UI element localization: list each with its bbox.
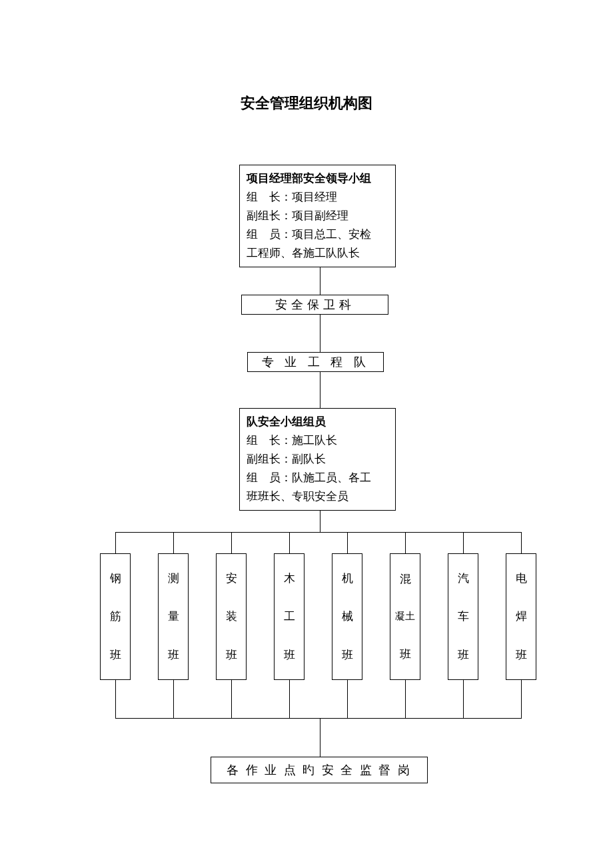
connector xyxy=(463,532,464,553)
team-char: 测 xyxy=(168,571,179,586)
team-box-machinery: 机 械 班 xyxy=(332,553,362,680)
team-char: 焊 xyxy=(516,609,527,624)
connector xyxy=(173,532,174,553)
team-char: 装 xyxy=(226,609,237,624)
team-char: 凝土 xyxy=(395,610,415,623)
connector-bus-bottom xyxy=(115,718,522,719)
team-box-survey: 测 量 班 xyxy=(158,553,189,680)
connector xyxy=(463,680,464,718)
connector xyxy=(347,532,348,553)
team-char: 班 xyxy=(110,647,121,663)
team-char: 混 xyxy=(400,571,411,587)
team-char: 钢 xyxy=(110,571,121,586)
team-char: 工 xyxy=(284,609,295,624)
team-box-steel: 钢 筋 班 xyxy=(100,553,131,680)
team-char: 量 xyxy=(168,609,179,624)
box1-line4: 工程师、各施工队队长 xyxy=(247,244,388,263)
box1-line1: 组 长：项目经理 xyxy=(247,188,388,207)
team-box-install: 安 装 班 xyxy=(216,553,247,680)
connector xyxy=(320,267,320,295)
team-char: 班 xyxy=(342,647,353,663)
connector xyxy=(289,680,290,718)
box1-heading: 项目经理部安全领导小组 xyxy=(247,169,388,188)
supervision-post-box: 各 作 业 点 旳 安 全 监 督 岗 xyxy=(211,757,428,783)
connector xyxy=(521,532,522,553)
box4-heading: 队安全小组组员 xyxy=(247,413,388,431)
team-char: 械 xyxy=(342,609,353,624)
connector xyxy=(521,680,522,718)
box4-line2: 副组长：副队长 xyxy=(247,450,388,469)
box1-line2: 副组长：项目副经理 xyxy=(247,207,388,225)
team-char: 安 xyxy=(226,571,237,586)
connector xyxy=(289,532,290,553)
connector xyxy=(115,680,116,718)
team-char: 汽 xyxy=(458,571,469,586)
page-title: 安全管理组织机构图 xyxy=(0,93,613,113)
team-char: 机 xyxy=(342,571,353,586)
connector xyxy=(405,532,406,553)
leadership-group-box: 项目经理部安全领导小组 组 长：项目经理 副组长：项目副经理 组 员：项目总工、… xyxy=(239,165,396,267)
connector xyxy=(320,372,320,408)
connector xyxy=(320,718,320,757)
team-box-concrete: 混 凝土 班 xyxy=(390,553,420,680)
team-char: 班 xyxy=(226,647,237,663)
team-char: 筋 xyxy=(110,609,121,624)
connector xyxy=(320,315,320,352)
connector xyxy=(173,680,174,718)
connector xyxy=(320,510,320,532)
team-char: 木 xyxy=(284,571,295,586)
box4-line1: 组 长：施工队长 xyxy=(247,431,388,450)
box4-line4: 班班长、专职安全员 xyxy=(247,487,388,506)
connector xyxy=(405,680,406,718)
team-safety-group-box: 队安全小组组员 组 长：施工队长 副组长：副队长 组 员：队施工员、各工 班班长… xyxy=(239,408,396,511)
connector xyxy=(347,680,348,718)
box4-line3: 组 员：队施工员、各工 xyxy=(247,469,388,487)
team-char: 车 xyxy=(458,609,469,624)
team-box-carpentry: 木 工 班 xyxy=(274,553,305,680)
team-char: 班 xyxy=(458,647,469,663)
team-char: 班 xyxy=(284,647,295,663)
team-box-vehicle: 汽 车 班 xyxy=(448,553,478,680)
team-char: 电 xyxy=(516,571,527,586)
pro-team-box: 专 业 工 程 队 xyxy=(247,352,384,372)
connector xyxy=(231,532,232,553)
connector-bus xyxy=(115,532,522,533)
team-char: 班 xyxy=(168,647,179,663)
connector xyxy=(115,532,116,553)
connector xyxy=(231,680,232,718)
team-char: 班 xyxy=(400,647,411,662)
team-box-welding: 电 焊 班 xyxy=(506,553,536,680)
safety-dept-box: 安全保卫科 xyxy=(241,295,388,315)
box1-line3: 组 员：项目总工、安检 xyxy=(247,225,388,244)
team-char: 班 xyxy=(516,647,527,663)
